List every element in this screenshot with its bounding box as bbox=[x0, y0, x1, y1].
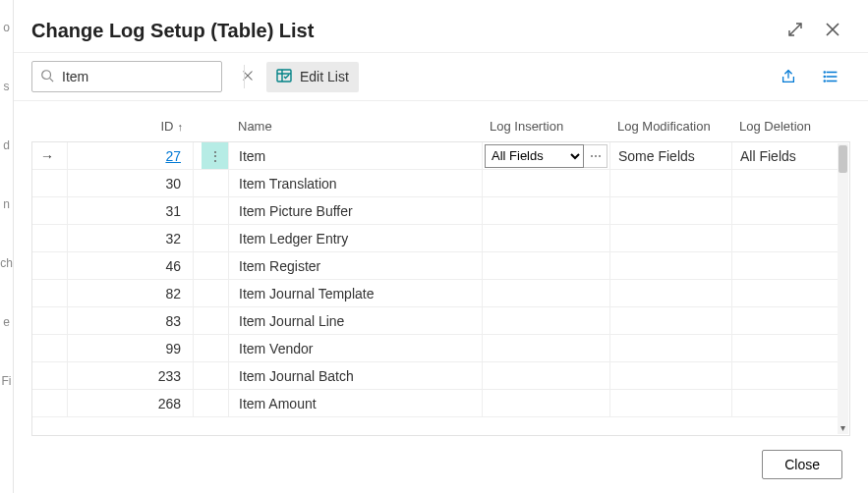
cell-log-deletion[interactable] bbox=[732, 170, 842, 196]
row-selector[interactable] bbox=[32, 307, 68, 334]
row-selector[interactable] bbox=[32, 390, 68, 416]
table-row[interactable]: 32Item Ledger Entry bbox=[32, 225, 838, 252]
table-row[interactable]: 233Item Journal Batch bbox=[32, 362, 838, 390]
cell-log-deletion[interactable] bbox=[732, 390, 842, 416]
cell-log-insertion[interactable] bbox=[483, 170, 610, 196]
close-button[interactable]: Close bbox=[762, 450, 842, 479]
cell-id[interactable]: 233 bbox=[95, 362, 194, 389]
edit-list-button[interactable]: Edit List bbox=[266, 62, 359, 92]
cell-log-modification[interactable] bbox=[610, 252, 732, 279]
cell-id[interactable]: 27 bbox=[95, 142, 194, 169]
cell-name[interactable]: Item Translation bbox=[229, 170, 483, 196]
cell-log-modification[interactable] bbox=[610, 335, 732, 361]
row-menu-button bbox=[202, 280, 229, 306]
svg-point-2 bbox=[824, 72, 825, 73]
cell-log-insertion[interactable] bbox=[483, 197, 610, 224]
cell-log-modification[interactable] bbox=[610, 362, 732, 389]
table-row[interactable]: 83Item Journal Line bbox=[32, 307, 838, 335]
cell-name[interactable]: Item Journal Batch bbox=[229, 362, 483, 389]
cell-log-deletion[interactable] bbox=[732, 335, 842, 361]
share-icon[interactable] bbox=[778, 66, 799, 87]
cell-log-deletion[interactable] bbox=[732, 280, 842, 306]
search-box[interactable] bbox=[31, 61, 222, 92]
cell-log-modification[interactable] bbox=[610, 197, 732, 224]
table-row[interactable]: 30Item Translation bbox=[32, 170, 838, 197]
column-header-log-insertion[interactable]: Log Insertion bbox=[482, 119, 609, 134]
row-menu-button bbox=[202, 170, 229, 196]
row-selector[interactable] bbox=[32, 170, 68, 196]
cell-name[interactable]: Item Register bbox=[229, 252, 483, 279]
row-selector[interactable] bbox=[32, 197, 68, 224]
row-selector[interactable] bbox=[32, 252, 68, 279]
toolbar: Edit List bbox=[14, 52, 868, 101]
row-selector[interactable] bbox=[32, 335, 68, 361]
grid-body: →27⋮ItemAll FieldsSome Fields⋯Some Field… bbox=[31, 141, 850, 436]
svg-point-0 bbox=[42, 70, 51, 79]
close-icon[interactable] bbox=[823, 20, 842, 39]
table-row[interactable]: 99Item Vendor bbox=[32, 335, 838, 362]
cell-log-modification[interactable] bbox=[610, 170, 732, 196]
table-row[interactable]: 268Item Amount bbox=[32, 390, 838, 417]
column-header-name[interactable]: Name bbox=[228, 119, 482, 134]
row-menu-button[interactable]: ⋮ bbox=[202, 142, 229, 169]
cell-log-insertion[interactable] bbox=[483, 307, 610, 334]
cell-log-modification[interactable] bbox=[610, 307, 732, 334]
cell-name[interactable]: Item Ledger Entry bbox=[229, 225, 483, 251]
cell-log-insertion[interactable] bbox=[483, 252, 610, 279]
cell-name[interactable]: Item bbox=[229, 142, 483, 169]
cell-name[interactable]: Item Picture Buffer bbox=[229, 197, 483, 224]
cell-name[interactable]: Item Vendor bbox=[229, 335, 483, 361]
row-selector[interactable] bbox=[32, 362, 68, 389]
cell-log-modification[interactable] bbox=[610, 390, 732, 416]
cell-id[interactable]: 99 bbox=[95, 335, 194, 361]
cell-log-insertion[interactable] bbox=[483, 362, 610, 389]
assist-edit-icon[interactable]: ⋯ bbox=[584, 144, 608, 168]
cell-id[interactable]: 82 bbox=[95, 280, 194, 306]
cell-id[interactable]: 46 bbox=[95, 252, 194, 279]
cell-log-deletion[interactable] bbox=[732, 197, 842, 224]
cell-log-insertion[interactable] bbox=[483, 225, 610, 251]
search-input[interactable] bbox=[60, 68, 236, 85]
cell-name[interactable]: Item Amount bbox=[229, 390, 483, 416]
cell-log-deletion[interactable]: All Fields bbox=[732, 142, 842, 169]
scroll-down-icon[interactable]: ▾ bbox=[839, 422, 847, 432]
row-selector[interactable] bbox=[32, 280, 68, 306]
row-selector[interactable] bbox=[32, 225, 68, 251]
table-row[interactable]: →27⋮ItemAll FieldsSome Fields⋯Some Field… bbox=[32, 142, 838, 170]
table-row[interactable]: 82Item Journal Template bbox=[32, 280, 838, 307]
scrollbar-thumb[interactable] bbox=[839, 145, 847, 173]
cell-log-insertion[interactable]: All FieldsSome Fields⋯ bbox=[483, 142, 610, 169]
table-row[interactable]: 46Item Register bbox=[32, 252, 838, 280]
column-header-log-deletion[interactable]: Log Deletion bbox=[731, 119, 841, 134]
row-selector[interactable]: → bbox=[32, 142, 68, 169]
cell-log-insertion[interactable] bbox=[483, 280, 610, 306]
row-menu-button bbox=[202, 197, 229, 224]
cell-id[interactable]: 268 bbox=[95, 390, 194, 416]
cell-log-insertion[interactable] bbox=[483, 390, 610, 416]
column-header-log-modification[interactable]: Log Modification bbox=[609, 119, 731, 134]
expand-icon[interactable] bbox=[785, 20, 805, 39]
cell-id[interactable]: 32 bbox=[95, 225, 194, 251]
cell-log-modification[interactable] bbox=[610, 280, 732, 306]
list-view-icon[interactable] bbox=[821, 66, 842, 87]
cell-id[interactable]: 30 bbox=[95, 170, 194, 196]
cell-log-modification[interactable] bbox=[610, 225, 732, 251]
edit-list-label: Edit List bbox=[300, 69, 349, 84]
cell-log-deletion[interactable] bbox=[732, 307, 842, 334]
cell-log-deletion[interactable] bbox=[732, 225, 842, 251]
dialog-footer: Close bbox=[14, 436, 868, 493]
cell-log-modification[interactable]: Some Fields bbox=[610, 142, 732, 169]
cell-log-deletion[interactable] bbox=[732, 362, 842, 389]
column-header-id[interactable]: ID↑ bbox=[94, 119, 193, 134]
vertical-scrollbar[interactable]: ▾ bbox=[838, 143, 848, 434]
cell-id[interactable]: 31 bbox=[95, 197, 194, 224]
table-row[interactable]: 31Item Picture Buffer bbox=[32, 197, 838, 225]
dialog-header: Change Log Setup (Table) List bbox=[14, 0, 868, 52]
log-insertion-select[interactable]: All FieldsSome Fields bbox=[485, 144, 584, 168]
cell-log-deletion[interactable] bbox=[732, 252, 842, 279]
cell-log-insertion[interactable] bbox=[483, 335, 610, 361]
cell-id[interactable]: 83 bbox=[95, 307, 194, 334]
dialog-panel: Change Log Setup (Table) List bbox=[14, 0, 868, 493]
cell-name[interactable]: Item Journal Template bbox=[229, 280, 483, 306]
cell-name[interactable]: Item Journal Line bbox=[229, 307, 483, 334]
